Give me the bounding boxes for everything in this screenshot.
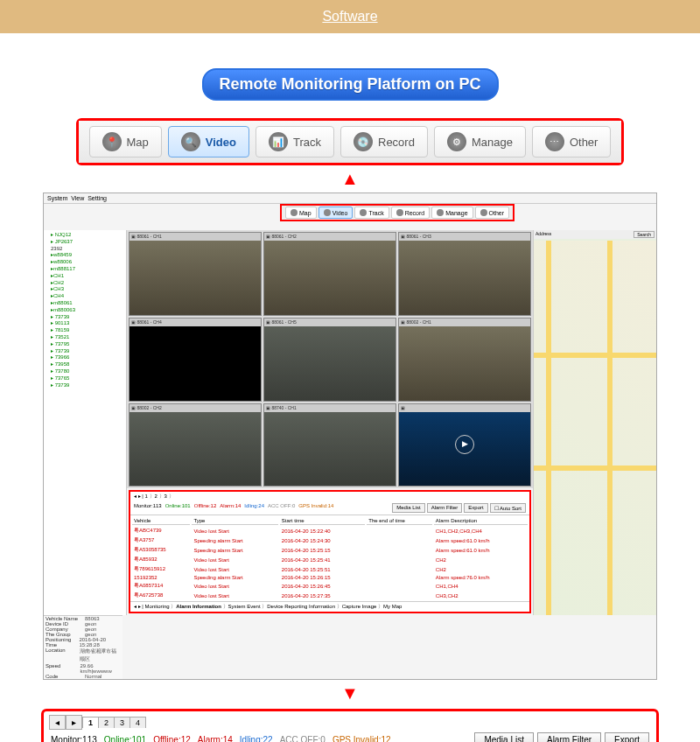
status-offline: Offline:12 xyxy=(153,735,191,742)
tree-item[interactable]: ▸ 90113 xyxy=(46,320,124,327)
toolbar-other-button[interactable]: ⋯Other xyxy=(532,126,612,158)
tree-item[interactable]: ▸ 73521 xyxy=(46,334,124,341)
page-next-button[interactable]: ▸ xyxy=(66,715,82,730)
video-cell-8[interactable]: ▣ 88740 - CH1 xyxy=(263,403,396,487)
mini-record-button[interactable]: Record xyxy=(391,206,430,219)
tree-item[interactable]: ▸ NJQ12 xyxy=(46,232,124,239)
manage-icon: ⚙ xyxy=(447,132,466,151)
tree-item[interactable]: ▸CH3 xyxy=(46,286,124,293)
video-cell-2[interactable]: ▣ 88061 - CH2 xyxy=(263,232,396,316)
page-tab-2[interactable]: 2 xyxy=(98,717,115,728)
big-alarm-highlight: ◂ ▸ 1234 Monitor:113 Online:101 Offline:… xyxy=(41,709,659,742)
tree-item[interactable]: ▸CH4 xyxy=(46,293,124,300)
app-menubar: System View Setting xyxy=(44,193,656,204)
mini-alarm: Alarm:14 xyxy=(220,503,241,513)
tree-item[interactable]: ▸ 78159 xyxy=(46,327,124,334)
video-cell-5[interactable]: ▣ 88061 - CH5 xyxy=(263,318,396,402)
video-icon: 🔍 xyxy=(181,132,200,151)
tree-item[interactable]: 2392 xyxy=(46,246,124,253)
toolbar-video-button[interactable]: 🔍Video xyxy=(168,126,249,158)
tree-item[interactable]: ▸m888117 xyxy=(46,266,124,273)
video-cell-9[interactable]: ▣ ▶ xyxy=(398,403,531,487)
tree-item[interactable]: ▸m880063 xyxy=(46,307,124,314)
toolbar-record-button[interactable]: 💿Record xyxy=(340,126,428,158)
video-cell-6[interactable]: ▣ 88002 - CH1 xyxy=(398,318,531,402)
tree-item[interactable]: ▸ 73966 xyxy=(46,354,124,361)
map-panel[interactable]: AddressSearch xyxy=(533,230,656,615)
mini-media-button[interactable]: Media List xyxy=(392,503,424,513)
page-tab-1[interactable]: 1 xyxy=(82,717,99,728)
play-icon[interactable]: ▶ xyxy=(455,435,474,454)
tree-item[interactable]: ▸w88459 xyxy=(46,252,124,259)
tree-item[interactable]: ▸ 73958 xyxy=(46,361,124,368)
status-gps: GPS Invalid:12 xyxy=(332,735,391,742)
arrow-up-icon: ▲ xyxy=(0,169,700,189)
video-grid: ▣ 88061 - CH1▣ 88061 - CH2▣ 88061 - CH3▣… xyxy=(129,232,531,486)
video-cell-7[interactable]: ▣ 88002 - CH2 xyxy=(129,403,262,487)
mini-online: Online:101 xyxy=(165,503,191,513)
software-header: Software xyxy=(0,0,700,33)
tree-item[interactable]: ▸CH2 xyxy=(46,280,124,287)
tree-item[interactable]: ▸ 73739 xyxy=(46,348,124,355)
mini-offline: Offline:12 xyxy=(194,503,217,513)
status-monitor: Monitor:113 xyxy=(51,735,97,742)
software-title: Software xyxy=(322,9,377,24)
tree-item[interactable]: ▸ 73780 xyxy=(46,368,124,375)
mini-gps: GPS Invalid:14 xyxy=(298,503,333,513)
platform-title: Remote Monitoring Platform on PC xyxy=(202,68,499,101)
video-cell-4[interactable]: ▣ 88061 - CH4 xyxy=(129,318,262,402)
video-grid-area: ▣ 88061 - CH1▣ 88061 - CH2▣ 88061 - CH3▣… xyxy=(127,230,533,488)
info-panel: Vehicle Name88063Device IDgeonCompanygeo… xyxy=(44,615,122,679)
page-tab-4[interactable]: 4 xyxy=(130,717,146,728)
tree-item[interactable]: ▸ 73739 xyxy=(46,314,124,321)
mini-map-button[interactable]: Map xyxy=(285,206,317,219)
map-icon: 📍 xyxy=(102,132,122,151)
page-prev-button[interactable]: ◂ xyxy=(49,715,66,730)
export-button[interactable]: Export xyxy=(605,732,649,742)
mini-autosort-checkbox[interactable]: ☐ Auto Sort xyxy=(490,503,526,513)
other-icon: ⋯ xyxy=(545,132,564,151)
status-alarm: Alarm:14 xyxy=(198,735,233,742)
mini-status-line: Monitor:113 Online:101 Offline:12 Alarm:… xyxy=(130,501,529,515)
tree-item[interactable]: ▸ 73765 xyxy=(46,375,124,382)
tree-item[interactable]: ▸ 73739 xyxy=(46,382,124,389)
app-screenshot: MapVideoTrackRecordManageOther System Vi… xyxy=(43,192,657,680)
page-tab-3[interactable]: 3 xyxy=(114,717,130,728)
main-toolbar-highlight: 📍Map🔍Video📊Track💿Record⚙Manage⋯Other xyxy=(76,118,624,165)
mini-monitor: Monitor:113 xyxy=(134,503,162,513)
alarm-filter-button[interactable]: Alarm Filter xyxy=(537,732,601,742)
mini-acc: ACC OFF:0 xyxy=(268,503,295,513)
toolbar-track-button[interactable]: 📊Track xyxy=(256,126,334,158)
mini-track-button[interactable]: Track xyxy=(354,206,388,219)
page-tabs-row: ◂ ▸ 1234 xyxy=(44,711,656,730)
mini-idling: Idling:24 xyxy=(244,503,264,513)
toolbar-manage-button[interactable]: ⚙Manage xyxy=(434,126,526,158)
tree-item[interactable]: ▸ JP2637 xyxy=(46,239,124,246)
toolbar-map-button[interactable]: 📍Map xyxy=(89,126,162,158)
mini-manage-button[interactable]: Manage xyxy=(431,206,472,219)
mini-toolbar-highlight: MapVideoTrackRecordManageOther xyxy=(280,204,514,221)
status-line: Monitor:113 Online:101 Offline:12 Alarm:… xyxy=(44,730,656,742)
video-cell-1[interactable]: ▣ 88061 - CH1 xyxy=(129,232,262,316)
main-toolbar: 📍Map🔍Video📊Track💿Record⚙Manage⋯Other xyxy=(79,121,621,163)
record-icon: 💿 xyxy=(354,132,373,151)
tree-panel[interactable]: ▸ NJQ12▸ JP2637 2392▸w88459▸w88006▸m8881… xyxy=(44,230,127,615)
tree-item[interactable]: ▸ 73795 xyxy=(46,341,124,348)
mini-filter-button[interactable]: Alarm Filter xyxy=(427,503,463,513)
mini-other-button[interactable]: Other xyxy=(475,206,510,219)
status-online: Online:101 xyxy=(104,735,146,742)
mini-video-button[interactable]: Video xyxy=(318,206,354,219)
tree-item[interactable]: ▸CH1 xyxy=(46,273,124,280)
media-list-button[interactable]: Media List xyxy=(474,732,534,742)
mini-alarm-table: VehicleTypeStart timeThe end of timeAlar… xyxy=(130,515,529,601)
status-accoff: ACC OFF:0 xyxy=(280,735,326,742)
mini-alarm-highlight: ◂ ▸ | 1 〉2 〉3 〉 Monitor:113 Online:101 O… xyxy=(129,490,531,613)
arrow-down-icon: ▼ xyxy=(0,683,700,704)
track-icon: 📊 xyxy=(269,132,288,151)
video-cell-3[interactable]: ▣ 88061 - CH3 xyxy=(398,232,531,316)
platform-title-wrap: Remote Monitoring Platform on PC xyxy=(0,68,700,101)
tree-item[interactable]: ▸m88061 xyxy=(46,300,124,307)
status-idling: Idling:22 xyxy=(240,735,273,742)
mini-export-button[interactable]: Export xyxy=(464,503,487,513)
tree-item[interactable]: ▸w88006 xyxy=(46,259,124,266)
